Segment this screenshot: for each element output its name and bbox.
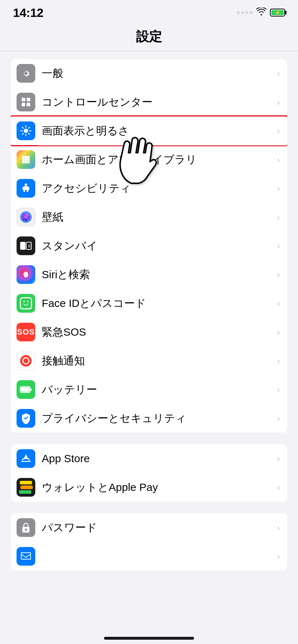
svg-line-11 xyxy=(28,127,30,128)
svg-point-4 xyxy=(24,129,28,133)
standby-icon: 8 xyxy=(17,236,35,255)
faceid-chevron: › xyxy=(277,298,280,309)
accessibility-label: アクセシビリティ xyxy=(42,181,274,196)
page-title-bar: 設定 xyxy=(0,22,298,51)
svg-point-16 xyxy=(22,158,25,161)
display-chevron: › xyxy=(277,125,280,137)
settings-row-battery[interactable]: バッテリー › xyxy=(11,375,287,404)
settings-row-control-center[interactable]: コントロールセンター › xyxy=(11,88,287,116)
wallet-icon xyxy=(17,478,35,497)
wallpaper-label: 壁紙 xyxy=(42,210,274,225)
battery-settings-icon xyxy=(17,380,35,399)
sos-label: 緊急SOS xyxy=(42,325,274,340)
settings-row-standby[interactable]: 8 スタンバイ › xyxy=(11,231,287,260)
wallpaper-chevron: › xyxy=(277,212,280,223)
faceid-label: Face IDとパスコード xyxy=(42,296,274,311)
contact-tracing-chevron: › xyxy=(277,355,280,367)
status-icons: ⚡ xyxy=(237,8,285,18)
battery-chevron: › xyxy=(277,384,280,395)
wallet-label: ウォレットとApple Pay xyxy=(42,480,274,495)
siri-label: Siriと検索 xyxy=(42,267,274,282)
privacy-chevron: › xyxy=(277,413,280,424)
svg-text:8: 8 xyxy=(28,244,31,249)
svg-point-37 xyxy=(24,272,27,277)
svg-point-22 xyxy=(25,184,27,186)
status-time: 14:12 xyxy=(13,6,43,20)
accessibility-icon xyxy=(17,179,35,198)
settings-section-1: 一般 › コントロールセンター › xyxy=(11,59,287,433)
battery-icon: ⚡ xyxy=(270,9,285,17)
svg-point-17 xyxy=(24,158,27,161)
signal-icon xyxy=(237,11,253,14)
svg-point-32 xyxy=(24,215,28,219)
settings-row-wallpaper[interactable]: 壁紙 › xyxy=(11,203,287,231)
svg-line-12 xyxy=(22,133,23,134)
siri-chevron: › xyxy=(277,269,280,280)
home-indicator xyxy=(104,637,194,640)
appstore-chevron: › xyxy=(277,453,280,464)
wallpaper-icon xyxy=(17,208,35,226)
svg-line-9 xyxy=(22,127,23,128)
svg-rect-1 xyxy=(27,98,30,101)
home-screen-label: ホーム画面とアプリライブラリ xyxy=(42,152,274,167)
svg-rect-3 xyxy=(27,103,30,106)
general-label: 一般 xyxy=(42,66,274,81)
settings-section-3: パスワード › › xyxy=(11,513,287,571)
status-bar: 14:12 ⚡ xyxy=(0,0,298,22)
settings-section-2: App Store › ウォレットとApple Pay › xyxy=(11,444,287,502)
privacy-icon xyxy=(17,409,35,428)
control-center-chevron: › xyxy=(277,97,280,108)
passwords-label: パスワード xyxy=(42,520,274,535)
settings-row-contact-tracing[interactable]: 接触通知 › xyxy=(11,346,287,375)
svg-line-10 xyxy=(28,133,30,134)
svg-point-19 xyxy=(22,161,25,164)
settings-row-accessibility[interactable]: アクセシビリティ › xyxy=(11,174,287,203)
display-icon xyxy=(17,121,35,140)
settings-row-siri[interactable]: Siriと検索 › xyxy=(11,260,287,289)
settings-row-home-screen[interactable]: ホーム画面とアプリライブラリ › xyxy=(11,145,287,174)
wifi-icon xyxy=(256,8,266,18)
sos-chevron: › xyxy=(277,327,280,338)
display-label: 画面表示と明るさ xyxy=(42,124,274,138)
general-icon xyxy=(17,64,35,83)
passwords-chevron: › xyxy=(277,522,280,533)
settings-row-general[interactable]: 一般 › xyxy=(11,59,287,88)
svg-point-14 xyxy=(24,156,27,158)
home-screen-chevron: › xyxy=(277,154,280,165)
svg-rect-34 xyxy=(21,243,25,249)
settings-row-faceid[interactable]: Face IDとパスコード › xyxy=(11,289,287,318)
settings-row-appstore[interactable]: App Store › xyxy=(11,444,287,473)
control-center-icon xyxy=(17,93,35,111)
settings-row-bottom[interactable]: › xyxy=(11,542,287,571)
standby-chevron: › xyxy=(277,240,280,252)
sos-icon: SOS xyxy=(17,323,35,341)
general-chevron: › xyxy=(277,68,280,79)
contact-tracing-label: 接触通知 xyxy=(42,354,274,368)
siri-icon xyxy=(17,265,35,284)
svg-rect-39 xyxy=(21,387,30,392)
settings-row-wallet[interactable]: ウォレットとApple Pay › xyxy=(11,473,287,502)
svg-point-43 xyxy=(25,529,27,531)
svg-point-18 xyxy=(27,158,30,161)
bottom-icon xyxy=(17,547,35,566)
settings-row-sos[interactable]: SOS 緊急SOS › xyxy=(11,318,287,346)
settings-row-passwords[interactable]: パスワード › xyxy=(11,513,287,542)
wallet-chevron: › xyxy=(277,482,280,493)
appstore-label: App Store xyxy=(42,452,274,465)
svg-point-21 xyxy=(27,161,30,164)
settings-row-privacy[interactable]: プライバシーとセキュリティ › xyxy=(11,404,287,433)
svg-point-15 xyxy=(27,156,30,158)
svg-rect-2 xyxy=(22,103,25,106)
passwords-icon xyxy=(17,518,35,537)
svg-point-20 xyxy=(24,161,27,164)
svg-rect-0 xyxy=(22,98,25,101)
svg-point-13 xyxy=(22,156,25,158)
battery-label: バッテリー xyxy=(42,382,274,397)
standby-label: スタンバイ xyxy=(42,239,274,253)
faceid-icon xyxy=(17,294,35,313)
appstore-icon xyxy=(17,449,35,468)
control-center-label: コントロールセンター xyxy=(42,95,274,110)
bottom-chevron: › xyxy=(277,551,280,562)
contact-tracing-icon xyxy=(17,351,35,370)
settings-row-display[interactable]: 画面表示と明るさ › xyxy=(11,116,287,145)
